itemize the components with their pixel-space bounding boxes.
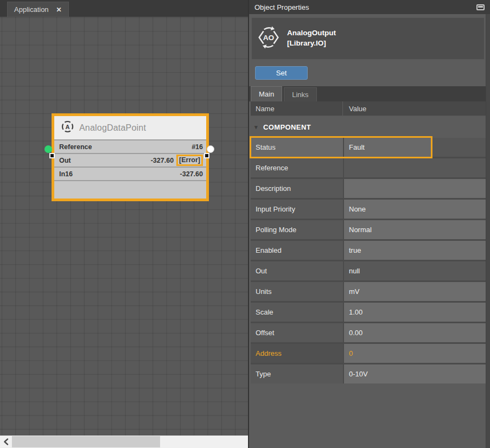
pin-name: Reference [59,143,192,151]
property-value[interactable]: None [344,200,486,219]
property-row: Address 0 [251,344,486,363]
chevron-left-icon [3,438,9,445]
property-value[interactable]: Normal [344,220,486,239]
tab-application[interactable]: Application ✕ [7,2,69,17]
tab-close-icon[interactable]: ✕ [56,7,62,13]
panel-title: Object Properties [254,3,309,11]
pin-value: -327.60 [151,157,174,164]
property-value[interactable]: 0-10V [344,364,486,383]
block-header[interactable]: A AnalogDataPoint [54,116,206,140]
property-name: Reference [251,158,343,177]
object-name: AnalogOutput [Library.IO] [287,28,336,49]
property-row: Description [251,179,486,198]
property-name: Enabled [251,241,343,260]
resize-handle-left[interactable] [49,153,55,158]
block-footer [54,181,206,199]
property-value[interactable]: 1.00 [344,303,486,322]
panel-gutter [486,14,490,448]
property-name: Offset [251,323,343,342]
scroll-left-button[interactable] [0,436,11,448]
property-name: Units [251,282,343,301]
set-button[interactable]: Set [255,66,308,80]
tab-label: Links [292,91,308,99]
block-pin-list: Reference #16 Out -327.60 [Error] In16 -… [54,140,206,181]
property-value[interactable]: null [344,261,486,280]
dock-window-icon[interactable] [476,4,485,10]
pin-name: Out [59,157,151,164]
tab-label: Application [14,5,49,14]
svg-text:AO: AO [263,34,275,42]
property-grid: Status Fault Reference Description Input… [251,138,486,383]
block-title: AnalogDataPoint [79,123,146,133]
properties-tab[interactable]: Links [284,87,316,101]
error-badge: [Error] [176,155,203,166]
wiresheet-canvas[interactable]: A AnalogDataPoint Reference #16 Out -32 [0,17,248,436]
analog-output-icon: AO [257,26,280,51]
collapse-icon[interactable]: ▾ [254,124,258,131]
property-row: Enabled true [251,241,486,260]
pin-value: -327.60 [180,170,203,178]
property-name: Type [251,364,343,383]
property-value[interactable]: mV [344,282,486,301]
pin-name: In16 [59,170,180,178]
object-library: [Library.IO] [287,39,336,49]
property-name: Scale [251,303,343,322]
analog-datapoint-block[interactable]: A AnalogDataPoint Reference #16 Out -32 [52,113,209,201]
block-pin-row[interactable]: In16 -327.60 [54,168,206,181]
horizontal-scrollbar[interactable] [0,436,248,448]
property-row: Offset 0.00 [251,323,486,342]
property-value[interactable]: Fault [344,138,431,157]
object-type: AnalogOutput [287,28,336,39]
property-name: Polling Mode [251,220,343,239]
property-value[interactable]: 0.00 [344,323,486,342]
property-row: Out null [251,261,486,280]
property-value[interactable]: true [344,241,486,260]
property-name: Out [251,261,343,280]
tab-label: Main [259,90,274,98]
diagram-editor-pane: Application ✕ A AnalogDataPoint Referenc… [0,0,248,448]
property-row: Units mV [251,282,486,301]
property-row: Reference [251,158,486,177]
property-name: Address [251,344,343,363]
property-row: Scale 1.00 [251,303,486,322]
property-value[interactable] [344,158,486,177]
scrollbar-thumb[interactable] [12,436,160,447]
svg-text:A: A [66,124,70,130]
property-name: Description [251,179,343,198]
property-row: Status Fault [251,138,486,157]
column-header-value: Value [343,105,366,113]
object-header-card: AO AnalogOutput [Library.IO] [251,17,485,60]
resize-handle-right[interactable] [204,153,209,158]
analog-point-icon: A [61,120,74,136]
block-pin-row[interactable]: Out -327.60 [Error] [54,154,206,168]
object-properties-panel: Object Properties AO AnalogOutput [Libra… [249,0,490,448]
property-grid-header: Name Value [251,101,486,116]
row-filler [432,138,486,157]
property-value[interactable]: 0 [344,344,486,363]
property-row: Input Priority None [251,200,486,219]
component-section-header[interactable]: ▾ COMPONENT [251,116,486,138]
property-row: Type 0-10V [251,364,486,383]
input-port[interactable] [44,145,52,153]
output-port[interactable] [207,145,214,153]
property-row: Polling Mode Normal [251,220,486,239]
properties-tab-bar: Main Links [249,86,486,101]
property-name: Input Priority [251,200,343,219]
section-label: COMPONENT [263,123,311,131]
panel-title-bar: Object Properties [249,0,490,14]
property-name: Status [251,138,343,157]
property-value[interactable] [344,179,486,198]
column-header-name: Name [251,101,343,116]
block-pin-row[interactable]: Reference #16 [54,140,206,154]
pin-value: #16 [192,143,203,151]
editor-tab-bar: Application ✕ [0,0,248,17]
properties-tab[interactable]: Main [251,86,282,101]
